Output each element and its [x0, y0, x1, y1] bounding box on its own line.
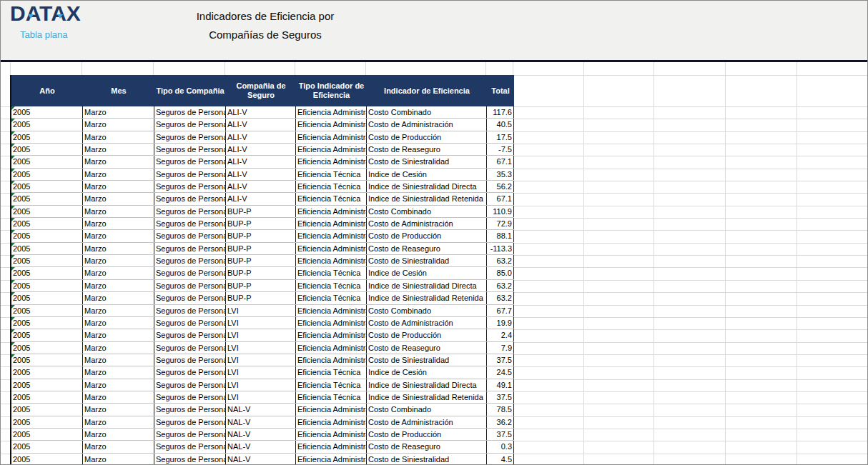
cell-ano[interactable]: 2005 — [11, 342, 83, 354]
cell-compania-seguro[interactable]: BUP-P — [226, 206, 296, 217]
cell-total[interactable]: 4.5 — [487, 454, 514, 465]
cell-tipo-compania[interactable]: Seguros de Personas — [154, 305, 226, 316]
cell-tipo-compania[interactable]: Seguros de Personas — [154, 267, 226, 279]
cell-total[interactable]: 56.2 — [487, 181, 514, 192]
cell-tipo-indicador[interactable]: Eficiencia Administrativa — [296, 329, 367, 341]
cell-compania-seguro[interactable]: LVI — [226, 342, 296, 354]
column-header-tipo-compania[interactable]: Tipo de Compañia — [154, 75, 226, 106]
cell-tipo-indicador[interactable]: Eficiencia Administrativa — [296, 131, 367, 143]
column-header-compania-seguro[interactable]: Compañia de Seguro — [226, 75, 296, 106]
cell-mes[interactable]: Marzo — [83, 292, 154, 304]
cell-mes[interactable]: Marzo — [83, 305, 154, 316]
cell-tipo-compania[interactable]: Seguros de Personas — [154, 416, 226, 428]
cell-mes[interactable]: Marzo — [83, 379, 154, 391]
cell-mes[interactable]: Marzo — [83, 144, 154, 155]
cell-tipo-compania[interactable]: Seguros de Personas — [154, 181, 226, 192]
cell-ano[interactable]: 2005 — [11, 243, 83, 254]
cell-mes[interactable]: Marzo — [83, 218, 154, 229]
cell-tipo-indicador[interactable]: Eficiencia Técnica — [296, 366, 367, 378]
cell-mes[interactable]: Marzo — [83, 441, 154, 452]
cell-indicador[interactable]: Indice de Cesión — [367, 169, 487, 180]
cell-tipo-compania[interactable]: Seguros de Personas — [154, 429, 226, 440]
cell-ano[interactable]: 2005 — [11, 144, 83, 155]
cell-indicador[interactable]: Costo de Siniestralidad — [367, 255, 487, 266]
cell-compania-seguro[interactable]: ALI-V — [226, 156, 296, 167]
cell-tipo-compania[interactable]: Seguros de Personas — [154, 329, 226, 341]
cell-indicador[interactable]: Costo de Reaseguro — [367, 441, 487, 452]
cell-total[interactable]: -7.5 — [487, 144, 514, 155]
cell-mes[interactable]: Marzo — [83, 429, 154, 440]
cell-compania-seguro[interactable]: ALI-V — [226, 106, 296, 118]
cell-ano[interactable]: 2005 — [11, 354, 83, 366]
cell-compania-seguro[interactable]: ALI-V — [226, 131, 296, 143]
cell-tipo-indicador[interactable]: Eficiencia Administrativa — [296, 454, 367, 465]
cell-indicador[interactable]: Costo Combinado — [367, 305, 487, 316]
cell-tipo-indicador[interactable]: Eficiencia Administrativa — [296, 106, 367, 118]
cell-tipo-indicador[interactable]: Eficiencia Administrativa — [296, 416, 367, 428]
cell-compania-seguro[interactable]: NAL-V — [226, 454, 296, 465]
cell-total[interactable]: 110.9 — [487, 206, 514, 217]
cell-indicador[interactable]: Indice de Siniestralidad Retenida — [367, 193, 487, 204]
cell-tipo-compania[interactable]: Seguros de Personas — [154, 366, 226, 378]
cell-indicador[interactable]: Costo de Administración — [367, 218, 487, 229]
cell-compania-seguro[interactable]: BUP-P — [226, 280, 296, 291]
cell-ano[interactable]: 2005 — [11, 379, 83, 391]
cell-compania-seguro[interactable]: BUP-P — [226, 255, 296, 266]
cell-tipo-compania[interactable]: Seguros de Personas — [154, 280, 226, 291]
cell-total[interactable]: 63.2 — [487, 292, 514, 304]
cell-indicador[interactable]: Costo Combinado — [367, 206, 487, 217]
cell-mes[interactable]: Marzo — [83, 416, 154, 428]
cell-compania-seguro[interactable]: LVI — [226, 305, 296, 316]
cell-compania-seguro[interactable]: ALI-V — [226, 144, 296, 155]
cell-indicador[interactable]: Costo de Reaseguro — [367, 243, 487, 254]
cell-indicador[interactable]: Indice de Siniestralidad Directa — [367, 379, 487, 391]
cell-tipo-compania[interactable]: Seguros de Personas — [154, 193, 226, 204]
cell-tipo-indicador[interactable]: Eficiencia Administrativa — [296, 206, 367, 217]
cell-tipo-indicador[interactable]: Eficiencia Administrativa — [296, 156, 367, 167]
cell-tipo-indicador[interactable]: Eficiencia Administrativa — [296, 429, 367, 440]
cell-indicador[interactable]: Costo de Producción — [367, 131, 487, 143]
cell-tipo-compania[interactable]: Seguros de Personas — [154, 144, 226, 155]
cell-mes[interactable]: Marzo — [83, 267, 154, 279]
cell-total[interactable]: 40.5 — [487, 119, 514, 130]
cell-tipo-compania[interactable]: Seguros de Personas — [154, 106, 226, 118]
cell-total[interactable]: 19.9 — [487, 317, 514, 329]
cell-tipo-indicador[interactable]: Eficiencia Técnica — [296, 292, 367, 304]
cell-tipo-compania[interactable]: Seguros de Personas — [154, 404, 226, 415]
cell-tipo-indicador[interactable]: Eficiencia Técnica — [296, 280, 367, 291]
cell-total[interactable]: 2.4 — [487, 329, 514, 341]
cell-ano[interactable]: 2005 — [11, 193, 83, 204]
cell-tipo-indicador[interactable]: Eficiencia Administrativa — [296, 255, 367, 266]
cell-indicador[interactable]: Costo de Administración — [367, 119, 487, 130]
cell-total[interactable]: 63.2 — [487, 280, 514, 291]
cell-total[interactable]: 36.2 — [487, 416, 514, 428]
cell-compania-seguro[interactable]: LVI — [226, 379, 296, 391]
cell-tipo-indicador[interactable]: Eficiencia Administrativa — [296, 230, 367, 241]
cell-ano[interactable]: 2005 — [11, 366, 83, 378]
cell-indicador[interactable]: Indice de Siniestralidad Directa — [367, 280, 487, 291]
cell-tipo-indicador[interactable]: Eficiencia Administrativa — [296, 218, 367, 229]
cell-total[interactable]: 49.1 — [487, 379, 514, 391]
cell-total[interactable]: 37.5 — [487, 429, 514, 440]
cell-ano[interactable]: 2005 — [11, 218, 83, 229]
column-header-indicador[interactable]: Indicador de Eficiencia — [367, 75, 487, 106]
cell-tipo-indicador[interactable]: Eficiencia Técnica — [296, 267, 367, 279]
cell-tipo-compania[interactable]: Seguros de Personas — [154, 119, 226, 130]
cell-mes[interactable]: Marzo — [83, 391, 154, 403]
cell-tipo-compania[interactable]: Seguros de Personas — [154, 218, 226, 229]
cell-mes[interactable]: Marzo — [83, 280, 154, 291]
cell-ano[interactable]: 2005 — [11, 119, 83, 130]
cell-ano[interactable]: 2005 — [11, 292, 83, 304]
cell-total[interactable]: 35.3 — [487, 169, 514, 180]
cell-ano[interactable]: 2005 — [11, 106, 83, 118]
column-header-ano[interactable]: Año — [11, 75, 83, 106]
cell-total[interactable]: 17.5 — [487, 131, 514, 143]
cell-ano[interactable]: 2005 — [11, 305, 83, 316]
cell-compania-seguro[interactable]: LVI — [226, 354, 296, 366]
cell-mes[interactable]: Marzo — [83, 181, 154, 192]
cell-ano[interactable]: 2005 — [11, 441, 83, 452]
cell-compania-seguro[interactable]: BUP-P — [226, 267, 296, 279]
cell-mes[interactable]: Marzo — [83, 106, 154, 118]
column-header-total[interactable]: Total — [487, 75, 514, 106]
cell-tipo-compania[interactable]: Seguros de Personas — [154, 342, 226, 354]
